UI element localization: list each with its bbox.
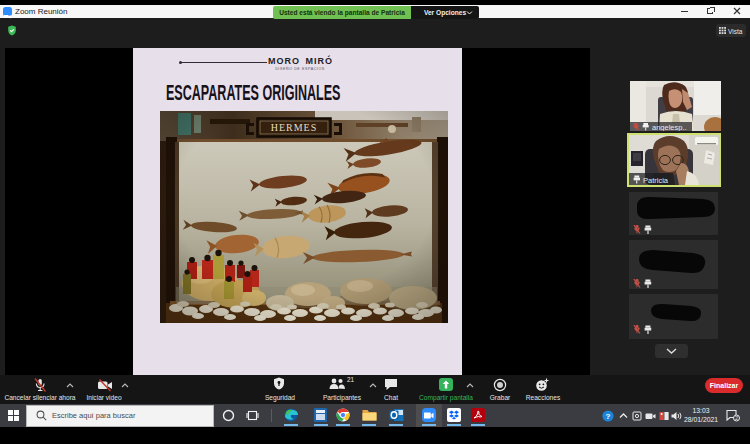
svg-text:2: 2 (735, 415, 738, 421)
svg-text:angelesp..: angelesp.. (652, 123, 687, 132)
svg-text:Patricia: Patricia (643, 176, 669, 185)
svg-text:?: ? (606, 412, 611, 421)
